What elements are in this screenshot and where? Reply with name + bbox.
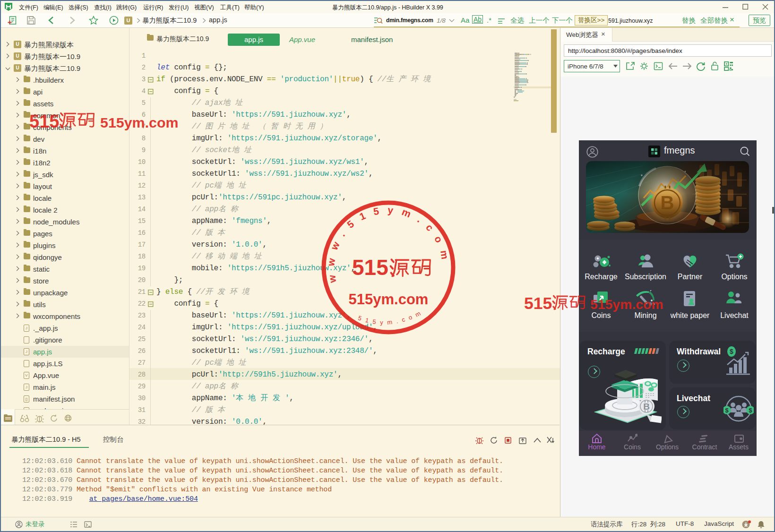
- svg-text:515: 515: [524, 294, 552, 313]
- svg-text:515ym.com: 515ym.com: [100, 114, 179, 130]
- svg-text:www.515ym.com: www.515ym.com: [325, 204, 452, 284]
- svg-text:515ym.com: 515ym.com: [349, 291, 429, 308]
- svg-text:515: 515: [352, 255, 388, 280]
- svg-text:515ym.com: 515ym.com: [357, 308, 426, 326]
- svg-text:515ym.com: 515ym.com: [590, 297, 663, 312]
- svg-text:$: $: [749, 407, 752, 414]
- svg-text:$: $: [730, 348, 733, 355]
- svg-text:$: $: [725, 407, 729, 414]
- svg-text:515: 515: [29, 112, 59, 131]
- svg-text:B: B: [643, 402, 650, 412]
